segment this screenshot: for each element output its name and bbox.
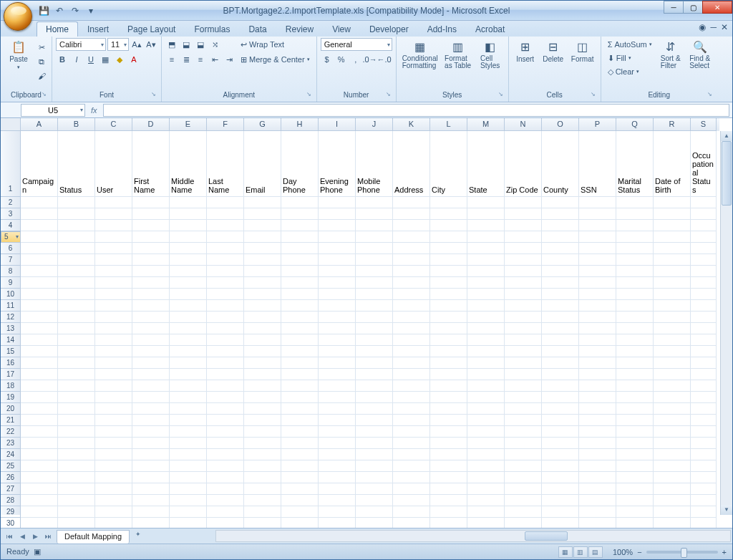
border-icon[interactable]: ▦	[99, 53, 112, 66]
cell[interactable]	[95, 392, 132, 403]
cell[interactable]	[281, 323, 319, 334]
cell[interactable]	[579, 506, 616, 518]
cell[interactable]	[244, 266, 281, 277]
prev-sheet-icon[interactable]: ◀	[16, 531, 28, 542]
cell[interactable]	[244, 449, 281, 460]
cell[interactable]	[654, 392, 691, 403]
shrink-font-icon[interactable]: A▾	[145, 38, 157, 51]
cell[interactable]	[244, 403, 281, 415]
cell[interactable]	[132, 495, 170, 506]
cell[interactable]	[281, 266, 319, 277]
cell[interactable]	[281, 403, 319, 415]
cell[interactable]	[505, 472, 542, 483]
cell[interactable]	[244, 231, 281, 243]
align-right-icon[interactable]: ≡	[194, 53, 207, 66]
cell[interactable]	[319, 506, 356, 518]
cell[interactable]	[244, 197, 281, 208]
cell[interactable]	[356, 334, 393, 346]
cell[interactable]	[616, 346, 654, 357]
new-sheet-icon[interactable]: ✦	[132, 528, 144, 540]
cell[interactable]	[579, 426, 616, 438]
cell[interactable]	[430, 438, 467, 449]
cell[interactable]	[467, 403, 505, 415]
cell[interactable]	[616, 380, 654, 392]
cell[interactable]: Status	[58, 131, 95, 197]
cell[interactable]	[654, 243, 691, 254]
cell[interactable]	[616, 483, 654, 495]
copy-icon[interactable]: ⧉	[35, 55, 48, 68]
cell[interactable]	[505, 346, 542, 357]
cell[interactable]	[505, 312, 542, 323]
cell[interactable]	[319, 369, 356, 380]
tab-add-ins[interactable]: Add-Ins	[418, 21, 466, 37]
cell[interactable]	[95, 243, 132, 254]
zoom-in-icon[interactable]: +	[722, 548, 727, 556]
col-header-L[interactable]: L	[430, 118, 467, 131]
cell[interactable]	[467, 243, 505, 254]
next-sheet-icon[interactable]: ▶	[29, 531, 41, 542]
cell[interactable]	[579, 220, 616, 231]
cell[interactable]	[319, 357, 356, 369]
tab-view[interactable]: View	[323, 21, 360, 37]
cell[interactable]	[244, 277, 281, 289]
cell[interactable]	[616, 438, 654, 449]
cell[interactable]	[319, 254, 356, 266]
cell[interactable]	[579, 483, 616, 495]
cell[interactable]	[579, 197, 616, 208]
cell[interactable]	[95, 369, 132, 380]
cell[interactable]	[654, 346, 691, 357]
cell[interactable]	[207, 495, 244, 506]
cell[interactable]	[170, 369, 207, 380]
cell[interactable]	[95, 312, 132, 323]
cell[interactable]	[654, 518, 691, 528]
cell[interactable]	[21, 312, 58, 323]
cell[interactable]	[170, 208, 207, 220]
cell[interactable]	[616, 254, 654, 266]
cell[interactable]	[542, 483, 579, 495]
cell[interactable]	[95, 334, 132, 346]
cell[interactable]	[430, 483, 467, 495]
increase-indent-icon[interactable]: ⇥	[223, 53, 236, 66]
cell[interactable]	[132, 346, 170, 357]
cell[interactable]	[467, 483, 505, 495]
cell[interactable]	[21, 334, 58, 346]
cell[interactable]	[356, 346, 393, 357]
cell[interactable]	[356, 380, 393, 392]
redo-icon[interactable]: ↷	[69, 5, 81, 16]
cell[interactable]	[505, 334, 542, 346]
cell[interactable]	[393, 460, 430, 472]
cell[interactable]	[207, 289, 244, 300]
cell[interactable]	[21, 266, 58, 277]
cell[interactable]	[505, 426, 542, 438]
cell[interactable]	[207, 438, 244, 449]
cell[interactable]	[579, 334, 616, 346]
cell[interactable]	[393, 254, 430, 266]
cell[interactable]: Day Phone	[281, 131, 319, 197]
cell[interactable]	[95, 449, 132, 460]
cell[interactable]	[281, 472, 319, 483]
cell[interactable]	[616, 243, 654, 254]
cell[interactable]	[244, 323, 281, 334]
row-header[interactable]: 21	[1, 415, 21, 426]
col-header-C[interactable]: C	[95, 118, 132, 131]
cell[interactable]	[691, 254, 717, 266]
row-header[interactable]: 5	[1, 231, 21, 243]
col-header-E[interactable]: E	[170, 118, 207, 131]
hscroll-thumb[interactable]	[525, 531, 568, 541]
cell[interactable]	[654, 438, 691, 449]
cell[interactable]	[319, 518, 356, 528]
col-header-D[interactable]: D	[132, 118, 170, 131]
cell[interactable]	[616, 415, 654, 426]
cell[interactable]	[654, 323, 691, 334]
cell[interactable]	[170, 312, 207, 323]
cell[interactable]	[579, 357, 616, 369]
doc-close-icon[interactable]: ✕	[721, 22, 728, 32]
cell[interactable]	[170, 426, 207, 438]
save-icon[interactable]: 💾	[38, 5, 49, 16]
cell[interactable]	[430, 277, 467, 289]
cell[interactable]	[467, 495, 505, 506]
cell[interactable]	[281, 506, 319, 518]
cell[interactable]	[132, 380, 170, 392]
cell[interactable]	[58, 415, 95, 426]
cell[interactable]	[356, 438, 393, 449]
